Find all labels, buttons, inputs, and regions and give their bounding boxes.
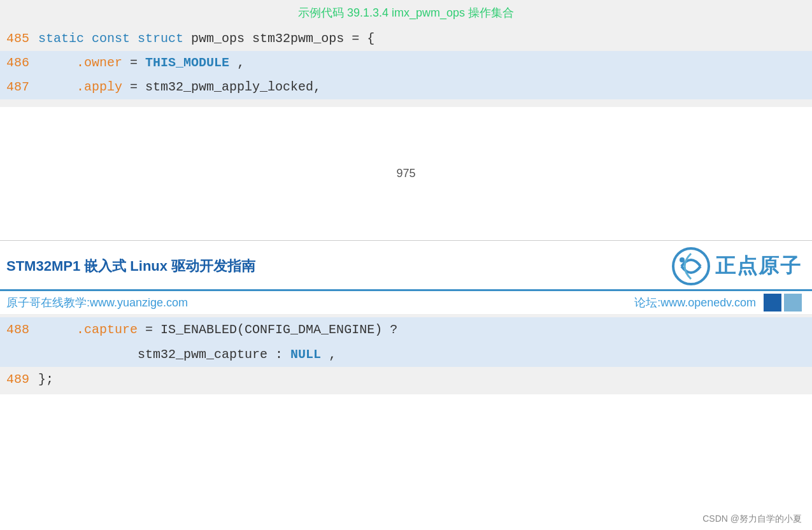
logo-icon [672, 247, 710, 285]
sp-indent2 [38, 80, 69, 94]
line-num-486: 486 [0, 53, 38, 73]
sp8: ? [390, 322, 397, 337]
code-line-485: 485 static const struct pwm_ops stm32pwm… [0, 27, 812, 51]
line-num-488: 488 [0, 319, 38, 340]
kw-this-module: THIS_MODULE [145, 55, 229, 70]
sp5: , [237, 55, 245, 70]
footer-sub-right-group: 论坛:www.openedv.com [634, 294, 802, 312]
page-number: 975 [396, 167, 415, 180]
mini-icon-blue [764, 294, 781, 312]
line-num-487: 487 [0, 77, 38, 97]
line-content-486: .owner = THIS_MODULE , [38, 53, 245, 73]
middle-section: 975 [0, 107, 812, 241]
sp7: = [145, 322, 160, 337]
footer-logo-area: 正点原子 [672, 247, 802, 285]
csdn-label: CSDN @努力自学的小夏 [702, 513, 802, 525]
code-line-487: 487 .apply = stm32_pwm_apply_locked, [0, 75, 812, 99]
footer-sub-left: 原子哥在线教学:www.yuanzige.com [6, 295, 188, 310]
line-content-485: static const struct pwm_ops stm32pwm_ops… [38, 29, 374, 49]
dot-apply: .apply [76, 80, 122, 94]
line-num-488b [0, 344, 38, 365]
sp4: = [130, 55, 145, 70]
line-num-485: 485 [0, 29, 38, 49]
line-content-488b: stm32_pwm_capture : NULL , [38, 344, 336, 365]
svg-point-1 [680, 257, 685, 262]
macro-is-enabled: IS_ENABLED(CONFIG_DMA_ENGINE) [160, 322, 382, 337]
logo-text: 正点原子 [715, 252, 802, 280]
sp-indent3 [38, 322, 69, 337]
bottom-code-block: 488 .capture = IS_ENABLED(CONFIG_DMA_ENG… [0, 315, 812, 394]
code-line-488: 488 .capture = IS_ENABLED(CONFIG_DMA_ENG… [0, 317, 812, 342]
mini-icon-light [784, 294, 802, 312]
top-section: 示例代码 39.1.3.4 imx_pwm_ops 操作集合 485 stati… [0, 0, 812, 107]
sp-indent [38, 55, 69, 70]
kw-const: const [92, 31, 130, 46]
footer-title: STM32MP1 嵌入式 Linux 驱动开发指南 [6, 257, 255, 276]
code-line-488b: stm32_pwm_capture : NULL , [0, 342, 812, 367]
line-content-489: }; [38, 369, 53, 390]
kw-static: static [38, 31, 84, 46]
capture-val: stm32_pwm_capture : [138, 347, 290, 362]
code-line-489: 489 }; [0, 367, 812, 392]
sp9: , [329, 347, 336, 362]
sp-indent4 [38, 347, 130, 362]
line-content-488: .capture = IS_ENABLED(CONFIG_DMA_ENGINE)… [38, 319, 397, 340]
footer-sub-right: 论坛:www.openedv.com [634, 295, 756, 310]
dot-capture: .capture [76, 322, 138, 337]
code-line-486: 486 .owner = THIS_MODULE , [0, 51, 812, 75]
sp6: = stm32_pwm_apply_locked, [130, 80, 321, 94]
footer-mini-icons [764, 294, 802, 312]
dot-owner: .owner [76, 55, 122, 70]
code-title: 示例代码 39.1.3.4 imx_pwm_ops 操作集合 [0, 0, 812, 24]
footer-sub-row: 原子哥在线教学:www.yuanzige.com 论坛:www.openedv.… [0, 291, 812, 315]
line-num-489: 489 [0, 369, 38, 390]
kw-struct: struct [138, 31, 183, 46]
sp3: pwm_ops stm32pwm_ops = { [191, 31, 374, 46]
line-content-487: .apply = stm32_pwm_apply_locked, [38, 77, 321, 97]
footer-banner: STM32MP1 嵌入式 Linux 驱动开发指南 正点原子 [0, 241, 812, 291]
kw-null: NULL [290, 347, 321, 362]
top-code-block: 485 static const struct pwm_ops stm32pwm… [0, 24, 812, 107]
